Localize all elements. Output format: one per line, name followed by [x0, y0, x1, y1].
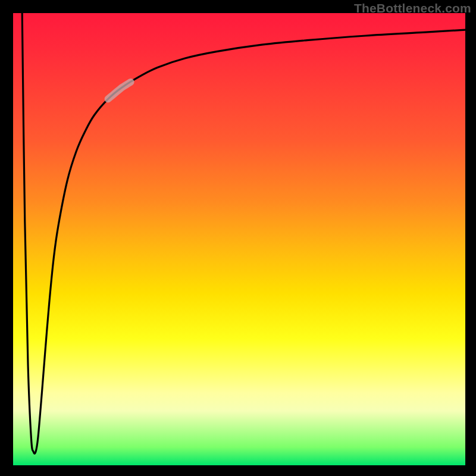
- curve-path: [22, 13, 465, 453]
- bottleneck-curve: [13, 13, 465, 465]
- curve-highlight: [108, 82, 131, 99]
- chart-frame: TheBottleneck.com: [0, 0, 476, 476]
